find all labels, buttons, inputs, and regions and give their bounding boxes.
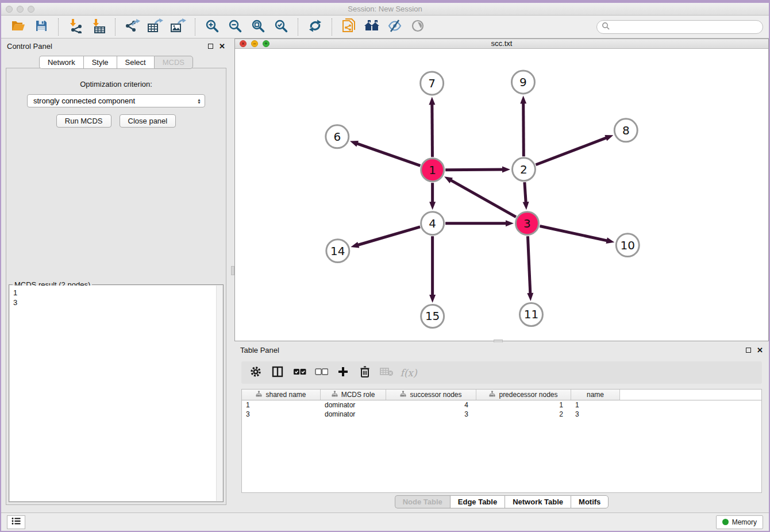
close-table-panel-icon[interactable]: ✕ bbox=[757, 348, 763, 353]
graph-edge-arrowhead bbox=[429, 97, 435, 105]
graph-node-14[interactable]: 14 bbox=[326, 239, 349, 262]
float-panel-icon[interactable] bbox=[208, 44, 213, 49]
tab-edge-table[interactable]: Edge Table bbox=[450, 495, 505, 508]
graph-node-9[interactable]: 9 bbox=[511, 71, 534, 94]
column-header-name[interactable]: name bbox=[571, 390, 620, 400]
graph-node-label: 4 bbox=[429, 216, 436, 230]
apply-layout-button[interactable] bbox=[303, 18, 326, 36]
memory-button[interactable]: Memory bbox=[716, 515, 763, 529]
graph-edge-1-6[interactable] bbox=[356, 143, 420, 165]
first-neighbors-button[interactable] bbox=[360, 18, 383, 36]
float-table-panel-icon[interactable] bbox=[746, 348, 751, 353]
delete-icon bbox=[359, 365, 371, 380]
close-panel-button[interactable]: Close panel bbox=[120, 114, 176, 128]
select-all-columns-button[interactable] bbox=[290, 364, 309, 381]
graph-node-2[interactable]: 2 bbox=[512, 157, 535, 180]
cell-shared-name[interactable]: 3 bbox=[242, 410, 321, 419]
graph-edge-2-9[interactable] bbox=[523, 102, 524, 156]
mcds-result-list[interactable]: 13 bbox=[10, 286, 222, 501]
mcds-result-scrollbar[interactable] bbox=[216, 286, 222, 501]
hide-selected-icon bbox=[387, 19, 402, 34]
tab-network[interactable]: Network bbox=[39, 56, 83, 69]
tab-style[interactable]: Style bbox=[83, 56, 117, 69]
table-row[interactable]: 1dominator411 bbox=[242, 400, 761, 410]
graph-edge-3-10[interactable] bbox=[540, 226, 608, 241]
cell-successor-nodes[interactable]: 4 bbox=[386, 400, 476, 410]
delete-table-button bbox=[377, 364, 396, 381]
export-table-button[interactable] bbox=[144, 18, 167, 36]
column-header-successor-nodes[interactable]: successor nodes bbox=[386, 390, 476, 400]
tab-mcds[interactable]: MCDS bbox=[154, 56, 193, 69]
network-window-titlebar: × − + scc.txt bbox=[235, 39, 768, 49]
export-image-button[interactable] bbox=[167, 18, 190, 36]
graph-node-7[interactable]: 7 bbox=[421, 72, 444, 95]
cell-name[interactable]: 1 bbox=[571, 400, 620, 410]
zoom-fit-button[interactable] bbox=[247, 18, 270, 36]
graph-node-8[interactable]: 8 bbox=[614, 118, 637, 141]
graph-edge-2-3[interactable] bbox=[525, 182, 526, 203]
hide-selected-button[interactable] bbox=[383, 18, 406, 36]
mcds-result-item[interactable]: 3 bbox=[13, 298, 222, 307]
copy-network-button[interactable] bbox=[337, 18, 360, 36]
graph-node-15[interactable]: 15 bbox=[421, 304, 444, 327]
cell-MCDS-role[interactable]: dominator bbox=[321, 400, 386, 410]
graph-edge-arrowhead bbox=[506, 220, 514, 226]
column-header-shared-name[interactable]: shared name bbox=[242, 390, 321, 400]
save-session-button[interactable] bbox=[30, 18, 53, 36]
tab-motifs[interactable]: Motifs bbox=[571, 495, 609, 508]
app-window: Session: New Session bbox=[1, 3, 769, 531]
export-network-button[interactable] bbox=[121, 18, 144, 36]
zoom-selected-button[interactable] bbox=[270, 18, 292, 36]
graph-node-4[interactable]: 4 bbox=[421, 211, 444, 234]
zoom-out-button[interactable] bbox=[224, 18, 247, 36]
graph-edge-4-14[interactable] bbox=[357, 226, 420, 245]
search-input[interactable] bbox=[613, 23, 758, 31]
graph-node-11[interactable]: 11 bbox=[519, 303, 542, 326]
graph-edge-1-7[interactable] bbox=[432, 103, 433, 157]
graph-edge-2-8[interactable] bbox=[536, 137, 607, 165]
export-network-icon bbox=[125, 18, 140, 35]
table-row[interactable]: 3dominator323 bbox=[242, 410, 761, 419]
deselect-all-columns-button[interactable] bbox=[311, 364, 331, 381]
open-session-button[interactable] bbox=[7, 18, 30, 36]
graph-node-6[interactable]: 6 bbox=[326, 125, 349, 148]
import-table-button[interactable] bbox=[87, 18, 110, 36]
show-columns-button[interactable] bbox=[268, 364, 287, 381]
cell-name[interactable]: 3 bbox=[571, 410, 620, 419]
export-image-icon bbox=[170, 18, 186, 35]
task-history-button[interactable] bbox=[7, 515, 25, 529]
graph-edge-3-11[interactable] bbox=[528, 236, 530, 295]
open-session-icon bbox=[11, 19, 26, 34]
show-all-button[interactable] bbox=[406, 18, 429, 36]
import-network-button[interactable] bbox=[64, 18, 87, 36]
graph-node-label: 14 bbox=[330, 244, 345, 257]
run-mcds-button[interactable]: Run MCDS bbox=[56, 114, 111, 128]
graph-node-3[interactable]: 3 bbox=[515, 211, 538, 234]
cell-predecessor-nodes[interactable]: 1 bbox=[476, 400, 571, 410]
gear-icon bbox=[249, 365, 262, 380]
tab-node-table[interactable]: Node Table bbox=[395, 495, 450, 508]
delete-column-button[interactable] bbox=[355, 364, 375, 381]
cell-successor-nodes[interactable]: 3 bbox=[386, 410, 476, 419]
column-header-MCDS-role[interactable]: MCDS role bbox=[321, 390, 386, 400]
zoom-in-button[interactable] bbox=[201, 18, 224, 36]
app-title: Session: New Session bbox=[1, 5, 769, 13]
create-column-button[interactable] bbox=[333, 364, 353, 381]
tab-select[interactable]: Select bbox=[117, 56, 154, 69]
network-canvas[interactable]: 7968124314101511 bbox=[235, 49, 768, 341]
search-box[interactable] bbox=[596, 20, 763, 34]
graph-edge-1-2[interactable] bbox=[445, 169, 504, 170]
mcds-result-item[interactable]: 1 bbox=[13, 288, 222, 298]
column-header-predecessor-nodes[interactable]: predecessor nodes bbox=[476, 390, 571, 400]
graph-edge-3-1[interactable] bbox=[450, 179, 516, 217]
optimization-select[interactable]: strongly connected component ▲▼ bbox=[27, 94, 205, 107]
table-options-button[interactable] bbox=[246, 364, 265, 381]
cell-MCDS-role[interactable]: dominator bbox=[321, 410, 386, 419]
cell-shared-name[interactable]: 1 bbox=[242, 400, 321, 410]
graph-node-10[interactable]: 10 bbox=[616, 233, 639, 256]
close-panel-icon[interactable]: ✕ bbox=[219, 44, 225, 49]
cell-predecessor-nodes[interactable]: 2 bbox=[476, 410, 571, 419]
save-session-icon bbox=[34, 19, 48, 34]
graph-node-1[interactable]: 1 bbox=[421, 158, 444, 181]
tab-network-table[interactable]: Network Table bbox=[505, 495, 571, 508]
